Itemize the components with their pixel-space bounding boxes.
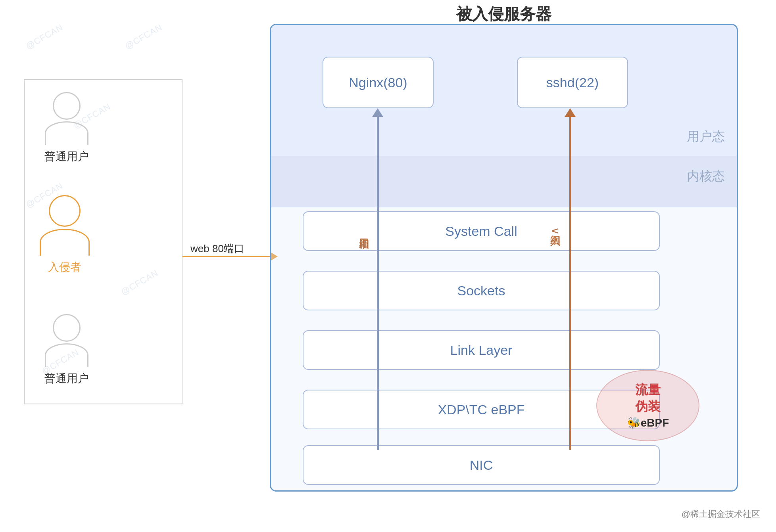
arrow-right (565, 108, 576, 450)
userspace-label: 用户态 (687, 128, 725, 145)
person-head-bottom (53, 314, 81, 342)
left-panel: 普通用户 入侵者 普通用户 (24, 79, 182, 404)
arrow-line: web 80端口 (182, 256, 270, 257)
kernelspace-band (271, 156, 737, 207)
nic-box: NIC (303, 445, 660, 485)
person-normal-bottom: 普通用户 (44, 314, 89, 386)
person-body-top (45, 121, 88, 145)
person-label-top: 普通用户 (44, 149, 89, 164)
footer-label: @稀土掘金技术社区 (682, 508, 760, 520)
arrow-left-tip (372, 108, 383, 117)
ebpf-icon: 🐝eBPF (627, 416, 669, 429)
kernelspace-label: 内核态 (687, 168, 725, 185)
arrow-right-label: 粗细入∨ (549, 227, 563, 235)
watermark-2: @CFCAN (123, 22, 164, 52)
ebpf-disguise-label: 伪装 (635, 398, 661, 415)
nginx-box: Nginx(80) (323, 57, 434, 108)
arrow-container: web 80端口 (182, 252, 278, 261)
arrow-left (372, 108, 383, 450)
linklayer-box: Link Layer (303, 330, 660, 370)
arrow-label: web 80端口 (190, 242, 244, 256)
sockets-box: Sockets (303, 271, 660, 310)
person-label-bottom: 普通用户 (44, 371, 89, 386)
person-body-intruder (40, 229, 90, 256)
arrow-left-line (377, 117, 379, 450)
person-head-top (53, 92, 81, 120)
ebpf-flow-label: 流量 (635, 382, 661, 398)
watermark-1: @CFCAN (24, 22, 65, 52)
arrow-right-tip (565, 108, 576, 117)
person-label-intruder: 入侵者 (48, 260, 81, 275)
person-intruder: 入侵者 (40, 195, 90, 275)
syscall-box: System Call (303, 211, 660, 251)
server-title: 被入侵服务器 (271, 3, 737, 25)
person-normal-top: 普通用户 (44, 92, 89, 164)
person-head-intruder (49, 195, 81, 227)
arrow-right-line (569, 117, 571, 450)
person-body-bottom (45, 343, 88, 367)
ebpf-badge: 流量 伪装 🐝eBPF (596, 370, 699, 441)
server-box: 被入侵服务器 用户态 内核态 Nginx(80) sshd(22) System… (270, 24, 738, 492)
sshd-box: sshd(22) (517, 57, 628, 108)
